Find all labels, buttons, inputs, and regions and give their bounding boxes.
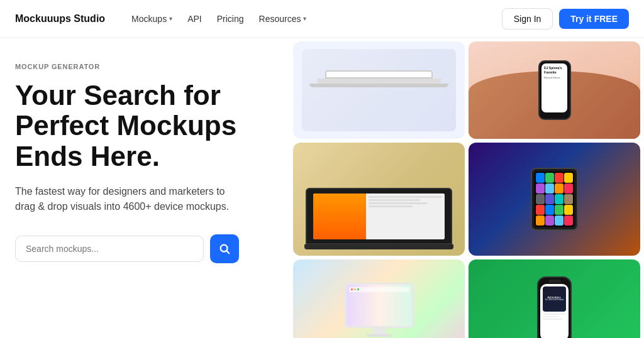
navbar-actions: Sign In Try it FREE (502, 8, 629, 30)
search-button[interactable] (210, 234, 239, 263)
nav-item-api[interactable]: API (181, 10, 208, 28)
podcast-subtitle: The Rich Roll Podcast (545, 299, 564, 302)
chevron-down-icon: ▾ (303, 15, 306, 22)
main-content: MOCKUP GENERATOR Your Search for Perfect… (0, 38, 644, 338)
try-free-button[interactable]: Try it FREE (559, 9, 629, 29)
nav-menu: Mockups ▾ API Pricing Resources ▾ (125, 10, 502, 28)
nav-item-mockups[interactable]: Mockups ▾ (125, 10, 179, 28)
logo[interactable]: Mockuuups Studio (15, 13, 105, 25)
hero-title: Your Search for Perfect Mockups Ends Her… (15, 80, 274, 172)
mockup-card-macbook[interactable] (293, 143, 465, 256)
nav-item-resources[interactable]: Resources ▾ (253, 10, 313, 28)
hero-section: MOCKUP GENERATOR Your Search for Perfect… (0, 38, 289, 338)
mockup-card-ipad[interactable] (469, 143, 640, 256)
search-input[interactable] (15, 236, 204, 262)
mockup-card-iphone-green[interactable]: RICH ROLL The Rich Roll Podcast (469, 259, 640, 338)
mockup-grid: DJ Spinna's Favorite Record Stores (289, 38, 644, 338)
navbar: Mockuuups Studio Mockups ▾ API Pricing R… (0, 0, 644, 38)
hero-subtitle: The fastest way for designers and market… (15, 184, 242, 214)
mockup-card-laptop[interactable] (293, 41, 465, 139)
search-icon (219, 243, 230, 254)
mockup-card-imac[interactable] (293, 259, 465, 338)
svg-line-1 (226, 251, 229, 253)
nav-item-pricing[interactable]: Pricing (211, 10, 250, 28)
mockup-card-phone-hand[interactable]: DJ Spinna's Favorite Record Stores (469, 41, 640, 139)
chevron-down-icon: ▾ (169, 15, 172, 22)
search-row (15, 234, 274, 263)
signin-button[interactable]: Sign In (502, 8, 553, 30)
phone-text-title: DJ Spinna's Favorite (544, 66, 565, 75)
hero-label: MOCKUP GENERATOR (15, 63, 274, 70)
phone-text-subtitle: Record Stores (544, 76, 565, 80)
